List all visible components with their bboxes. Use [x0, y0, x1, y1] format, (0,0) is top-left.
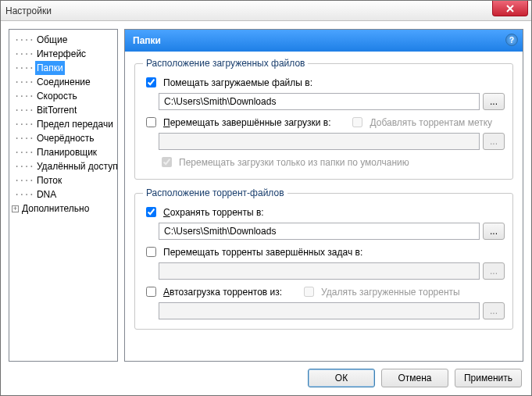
tree-branch-icon: ····	[11, 187, 35, 202]
tree-branch-icon: ····	[11, 75, 35, 89]
browse-save-torrents[interactable]: ...	[483, 223, 505, 240]
tree-item-2[interactable]: ····Папки	[11, 61, 116, 75]
tree-item-3[interactable]: ····Соединение	[11, 75, 116, 89]
tree-branch-icon: ····	[11, 159, 35, 173]
checkbox-move-done[interactable]	[146, 117, 156, 127]
tree-item-label: Удалённый доступ	[35, 159, 118, 173]
label-move-done[interactable]: Перемещать завершённые загрузки в:	[163, 117, 330, 128]
checkbox-append-label	[352, 117, 362, 127]
label-put-in[interactable]: Помещать загружаемые файлы в:	[163, 77, 312, 88]
tree-item-4[interactable]: ····Скорость	[11, 89, 116, 103]
label-move-finished[interactable]: Перемещать торренты завершённых задач в:	[163, 247, 362, 258]
tree-branch-icon: ····	[11, 117, 35, 131]
path-autoload: ...	[159, 302, 505, 319]
tree-branch-icon: ····	[11, 173, 35, 187]
checkbox-put-in[interactable]	[146, 77, 156, 87]
tree-item-8[interactable]: ····Планировщик	[11, 145, 116, 159]
close-icon	[506, 5, 514, 12]
path-save-torrents: ...	[159, 223, 505, 240]
path-move-done: ...	[159, 133, 505, 150]
checkbox-move-finished[interactable]	[146, 247, 156, 257]
tree-branch-icon: ····	[11, 131, 35, 145]
window-title: Настройки	[5, 5, 52, 16]
tree-item-label: DNA	[35, 187, 58, 202]
panel-body: Расположение загруженных файлов Помещать…	[125, 52, 523, 361]
path-move-finished: ...	[159, 262, 505, 280]
cancel-button[interactable]: Отмена	[381, 369, 448, 387]
row-autoload: Автозагрузка торрентов из: Удалять загру…	[143, 284, 505, 299]
tree-branch-icon: ····	[11, 33, 35, 47]
close-button[interactable]	[492, 1, 528, 16]
expand-icon[interactable]: +	[12, 205, 19, 212]
help-icon[interactable]: ?	[505, 34, 518, 46]
tree-item-label: Дополнительно	[20, 202, 91, 216]
browse-move-finished: ...	[483, 262, 505, 280]
label-append-label: Добавлять торрентам метку	[370, 117, 492, 128]
tree-item-label: Интерфейс	[35, 47, 87, 61]
tree-item-0[interactable]: ····Общие	[11, 33, 116, 47]
tree-item-label: Соединение	[35, 75, 92, 89]
label-only-default: Перемещать загрузки только из папки по у…	[179, 157, 409, 168]
tree-item-label: Очерёдность	[35, 131, 96, 145]
tree-branch-icon: ····	[11, 61, 35, 75]
panel-title: Папки	[133, 35, 161, 46]
label-autoload[interactable]: Автозагрузка торрентов из:	[163, 287, 282, 298]
tree-item-label: Планировщик	[35, 145, 98, 159]
input-put-in-path[interactable]	[159, 93, 480, 110]
checkbox-autoload[interactable]	[146, 287, 156, 297]
input-move-finished-path	[159, 262, 480, 280]
browse-put-in[interactable]: ...	[483, 93, 505, 110]
tree-item-11[interactable]: ····DNA	[11, 187, 116, 202]
tree-item-label: BitTorrent	[35, 103, 78, 117]
checkbox-only-default	[162, 157, 172, 167]
titlebar: Настройки	[1, 1, 531, 21]
tree-item-label: Предел передачи	[35, 117, 115, 131]
browse-autoload: ...	[483, 302, 505, 319]
tree-item-label: Папки	[35, 61, 65, 75]
label-save-torrents[interactable]: Сохранять торренты в:	[163, 207, 264, 218]
settings-window: Настройки ····Общие····Интерфейс····Папк…	[0, 0, 532, 396]
row-only-default: Перемещать загрузки только из папки по у…	[159, 155, 505, 169]
main-panel: Папки ? Расположение загруженных файлов …	[124, 29, 523, 362]
input-autoload-path	[159, 302, 480, 319]
footer-buttons: ОК Отмена Применить	[308, 369, 522, 387]
input-save-torrents-path[interactable]	[159, 223, 480, 240]
tree-branch-icon: ····	[11, 89, 35, 103]
ok-button[interactable]: ОК	[308, 369, 375, 387]
tree-item-6[interactable]: ····Предел передачи	[11, 117, 116, 131]
apply-button[interactable]: Применить	[455, 369, 522, 387]
tree-item-12[interactable]: +Дополнительно	[11, 202, 116, 216]
row-put-in: Помещать загружаемые файлы в:	[143, 75, 505, 90]
tree-item-5[interactable]: ····BitTorrent	[11, 103, 116, 117]
panel-header: Папки ?	[125, 30, 523, 52]
row-move-finished: Перемещать торренты завершённых задач в:	[143, 244, 505, 259]
tree-item-7[interactable]: ····Очерёдность	[11, 131, 116, 145]
tree-item-label: Скорость	[35, 89, 79, 103]
group-downloads: Расположение загруженных файлов Помещать…	[134, 58, 513, 180]
tree-item-1[interactable]: ····Интерфейс	[11, 47, 116, 61]
tree-item-9[interactable]: ····Удалённый доступ	[11, 159, 116, 173]
browse-move-done: ...	[483, 133, 505, 150]
tree-branch-icon: ····	[11, 145, 35, 159]
row-save-torrents: Сохранять торренты в:	[143, 205, 505, 219]
group-downloads-legend: Расположение загруженных файлов	[143, 58, 308, 69]
group-torrents-legend: Расположение торрент-файлов	[143, 187, 287, 198]
tree-branch-icon: ····	[11, 47, 35, 61]
row-move-done: Перемещать завершённые загрузки в: Добав…	[143, 115, 505, 130]
tree-item-label: Общие	[35, 33, 69, 47]
checkbox-delete-loaded	[304, 287, 314, 297]
dialog-body: ····Общие····Интерфейс····Папки····Соеди…	[1, 21, 531, 395]
path-put-in: ...	[159, 93, 505, 110]
tree-item-label: Поток	[35, 173, 63, 187]
category-tree[interactable]: ····Общие····Интерфейс····Папки····Соеди…	[9, 29, 118, 362]
columns: ····Общие····Интерфейс····Папки····Соеди…	[9, 29, 523, 362]
checkbox-save-torrents[interactable]	[146, 207, 156, 217]
group-torrents: Расположение торрент-файлов Сохранять то…	[134, 187, 513, 330]
input-move-done-path	[159, 133, 480, 150]
tree-item-10[interactable]: ····Поток	[11, 173, 116, 187]
label-delete-loaded: Удалять загруженные торренты	[321, 287, 460, 298]
tree-branch-icon: ····	[11, 103, 35, 117]
